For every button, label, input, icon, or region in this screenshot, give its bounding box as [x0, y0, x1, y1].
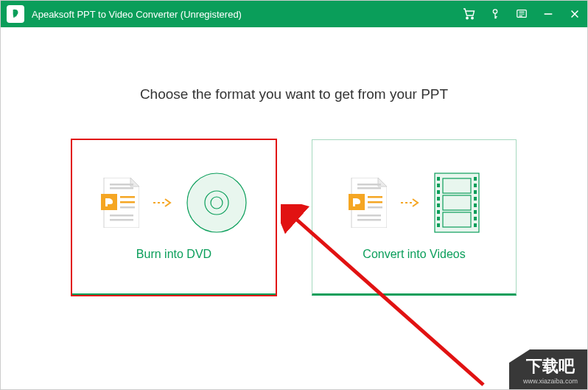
svg-rect-34: [437, 210, 440, 214]
watermark: 下载吧 www.xiazaiba.com: [509, 349, 587, 389]
svg-point-0: [466, 17, 468, 18]
svg-rect-36: [437, 223, 440, 227]
svg-rect-25: [435, 173, 479, 232]
svg-point-1: [472, 17, 473, 18]
svg-rect-37: [474, 177, 477, 181]
svg-point-2: [493, 10, 497, 13]
svg-rect-41: [474, 203, 477, 207]
svg-rect-11: [110, 215, 133, 217]
svg-rect-8: [120, 196, 135, 198]
key-icon[interactable]: [489, 7, 502, 21]
film-strip-icon: [434, 173, 480, 233]
close-button[interactable]: [568, 7, 581, 21]
watermark-url: www.xiazaiba.com: [522, 377, 578, 385]
svg-rect-38: [474, 184, 477, 187]
titlebar: Apeaksoft PPT to Video Converter (Unregi…: [1, 1, 587, 27]
svg-rect-35: [437, 217, 440, 220]
svg-rect-40: [474, 197, 477, 201]
ppt-file-icon: [349, 178, 387, 228]
card-graphic: [101, 173, 247, 233]
card-graphic: [349, 173, 480, 233]
content-area: Choose the format you want to get from y…: [1, 27, 587, 389]
svg-rect-16: [357, 184, 381, 186]
svg-rect-4: [110, 184, 133, 186]
svg-rect-44: [474, 223, 477, 227]
menu-icon[interactable]: [515, 7, 528, 21]
app-logo: [7, 5, 24, 23]
svg-rect-9: [120, 201, 135, 203]
svg-rect-32: [437, 197, 440, 201]
svg-rect-24: [357, 219, 381, 221]
svg-rect-12: [110, 219, 133, 221]
option-label: Convert into Videos: [363, 248, 465, 261]
minimize-button[interactable]: [542, 7, 555, 21]
svg-rect-29: [437, 177, 440, 181]
svg-rect-17: [357, 187, 381, 189]
dvd-disc-icon: [186, 173, 247, 233]
svg-rect-30: [437, 184, 440, 187]
window-title: Apeaksoft PPT to Video Converter (Unregi…: [32, 9, 462, 20]
svg-rect-5: [110, 187, 133, 189]
svg-rect-23: [357, 215, 381, 217]
svg-rect-10: [120, 206, 135, 209]
arrow-right-icon: [153, 198, 173, 208]
format-options: Burn into DVD: [1, 139, 587, 296]
svg-rect-43: [474, 217, 477, 220]
watermark-text: 下载吧: [525, 357, 575, 375]
svg-rect-22: [368, 206, 382, 209]
svg-rect-19: [353, 198, 355, 206]
ppt-file-icon: [101, 178, 139, 228]
option-label: Burn into DVD: [136, 248, 211, 261]
svg-rect-39: [474, 190, 477, 194]
svg-rect-42: [474, 210, 477, 214]
page-heading: Choose the format you want to get from y…: [1, 27, 587, 139]
option-convert-video[interactable]: Convert into Videos: [312, 139, 517, 296]
svg-rect-33: [437, 203, 440, 207]
svg-rect-21: [368, 201, 382, 203]
arrow-right-icon: [400, 198, 421, 208]
option-burn-dvd[interactable]: Burn into DVD: [71, 139, 276, 296]
titlebar-controls: [462, 7, 581, 21]
cart-icon[interactable]: [462, 7, 475, 21]
svg-point-13: [187, 173, 246, 232]
svg-rect-7: [105, 198, 108, 206]
svg-rect-31: [437, 190, 440, 194]
svg-rect-20: [368, 196, 382, 198]
